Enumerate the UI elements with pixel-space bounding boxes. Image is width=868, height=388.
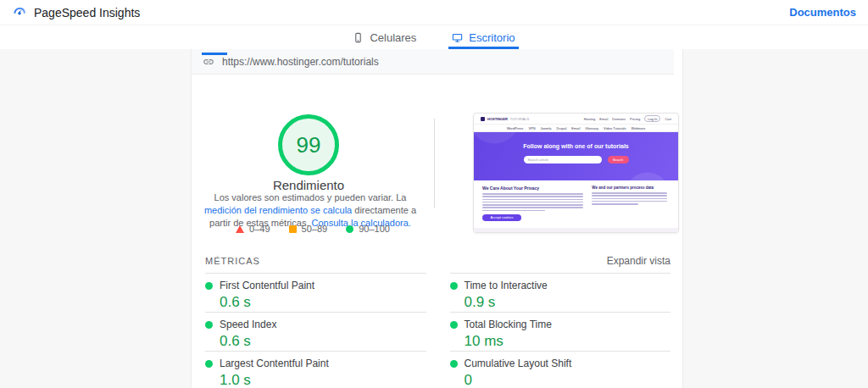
metric-name: Speed Index [220,319,276,330]
performance-label: Rendimiento [224,178,393,192]
thumb-subnav-item: Glossary [585,126,598,130]
text-line-placeholder [592,195,666,197]
tab-celulares[interactable]: Celulares [349,25,420,49]
metrics-grid: First Contentful Paint 0.6 s Time to Int… [192,273,683,388]
metric-value: 10 ms [465,333,671,350]
report-card: https://www.hostinger.com/tutorials 99 R… [191,49,683,388]
text-line-placeholder [592,201,666,202]
pass-dot-icon [205,321,213,329]
thumb-search-input: Search article [524,156,602,164]
active-tab-indicator [448,47,518,49]
thumb-topbar: HOSTINGER TUTORIALS Hosting Email Domain… [474,114,678,124]
metric-value: 0.6 s [220,333,426,350]
metric-value: 0 [465,372,671,388]
thumb-cookie-notice: We Care About Your Privacy Accept cookie… [474,180,678,228]
metrics-header: MÉTRICAS Expandir vista [192,255,683,267]
text-line-placeholder [482,202,583,203]
thumb-subnav-item: Joomla [541,126,552,130]
thumb-partners-heading: We and our partners process data [592,186,666,190]
metric-name: Time to Interactive [465,280,548,291]
documentos-link[interactable]: Documentos [789,6,856,19]
text-line-placeholder [482,193,583,195]
legend-fail: 0–49 [236,224,270,234]
text-line-placeholder [592,198,666,200]
thumb-logo-suffix: TUTORIALS [510,117,529,121]
thumb-cart-label: Cart [665,117,671,121]
average-square-icon [289,225,297,233]
url-bar: https://www.hostinger.com/tutorials [192,49,674,75]
page-screenshot-thumbnail: HOSTINGER TUTORIALS Hosting Email Domain… [473,113,679,233]
text-line-placeholder [482,210,545,212]
mobile-icon [353,32,364,43]
metric-value: 0.9 s [465,294,671,311]
legend-pass: 90–100 [346,224,390,234]
thumb-subnav-item: Webinars [632,126,646,130]
text-line-placeholder [482,199,583,201]
desktop-icon [452,32,463,43]
thumb-subnav-item: Drupal [557,126,567,130]
thumb-menu-item: Domains [612,117,626,121]
thumb-hero-title: Follow along with one of our tutorials [474,132,678,149]
metric-time-to-interactive: Time to Interactive 0.9 s [450,273,671,312]
tab-escritorio-label: Escritorio [469,31,515,44]
thumb-subnav-item: VPN [528,126,535,130]
metric-name: Largest Contentful Paint [220,358,329,369]
thumb-logo-text: HOSTINGER [487,117,508,121]
tab-escritorio[interactable]: Escritorio [448,25,518,49]
link-icon [203,56,214,68]
expand-view-button[interactable]: Expandir vista [607,255,670,267]
thumb-subnav-item: WordPress [507,126,524,130]
legend-average-label: 50–89 [302,224,328,234]
device-tabs: Celulares Escritorio [0,25,868,49]
progress-indicator-bar [202,53,227,55]
metric-name: Total Blocking Time [465,319,552,330]
app-title: PageSpeed Insights [34,6,140,19]
metric-total-blocking-time: Total Blocking Time 10 ms [450,312,671,351]
disclaimer-text: Los valores son estimados y pueden varia… [214,192,407,202]
thumb-menu: Hosting Email Domains Pricing Log In Car… [584,115,671,122]
legend-fail-label: 0–49 [249,224,270,234]
pass-dot-icon [450,321,458,329]
measurement-link[interactable]: medición del rendimiento se calcula [204,205,352,215]
pass-dot-icon [450,360,458,368]
text-line-placeholder [482,207,583,208]
tab-celulares-label: Celulares [370,31,416,44]
performance-score: 99 [277,114,340,176]
analyzed-url[interactable]: https://www.hostinger.com/tutorials [222,56,379,68]
text-line-placeholder [482,196,583,197]
text-line-placeholder [592,192,666,194]
thumb-search-button: Search [608,156,629,164]
app-header: PageSpeed Insights Documentos [0,0,868,25]
metric-largest-contentful-paint: Largest Contentful Paint 1.0 s [205,351,426,388]
pass-dot-icon [205,282,213,290]
hostinger-logo-icon [481,117,485,121]
fail-triangle-icon [236,225,244,233]
thumb-accept-cookies-button: Accept cookies [482,214,521,221]
thumb-partners-column: We and our partners process data [592,186,666,228]
thumb-login-button: Log In [644,115,660,122]
thumb-subnav: WordPress VPN Joomla Drupal Email Glossa… [474,124,678,132]
text-line-placeholder [592,203,638,205]
thumb-subnav-item: Video Tutorials [604,126,626,130]
thumb-menu-item: Email [599,117,608,121]
text-line-placeholder [482,204,583,206]
performance-gauge: 99 [277,114,340,176]
pass-circle-icon [346,225,353,233]
thumb-subnav-item: Email [571,126,580,130]
thumb-footer-strip [474,228,678,233]
thumb-hero-banner: Follow along with one of our tutorials S… [474,132,678,180]
vertical-divider [434,119,435,208]
pass-dot-icon [205,360,213,368]
metrics-heading: MÉTRICAS [205,256,260,266]
thumb-privacy-heading: We Care About Your Privacy [482,186,583,191]
thumb-privacy-column: We Care About Your Privacy Accept cookie… [482,186,583,228]
legend-average: 50–89 [289,224,328,234]
pagespeed-logo-icon [12,5,27,20]
metric-name: First Contentful Paint [220,280,314,291]
score-legend: 0–49 50–89 90–100 [192,224,434,234]
metric-cumulative-layout-shift: Cumulative Layout Shift 0 [450,351,671,388]
metric-name: Cumulative Layout Shift [465,358,572,369]
pass-dot-icon [450,282,458,290]
thumb-menu-item: Pricing [630,117,640,121]
thumb-menu-item: Hosting [584,117,596,121]
